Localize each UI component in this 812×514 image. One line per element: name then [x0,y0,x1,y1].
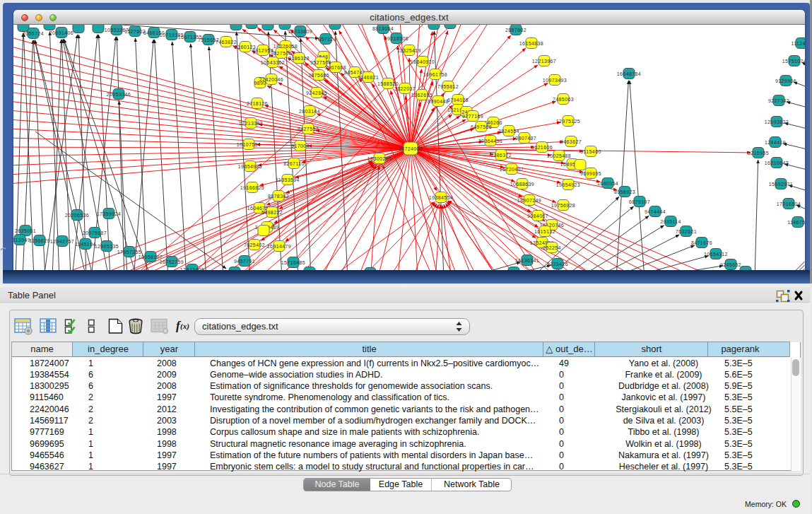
svg-text:19166825: 19166825 [240,185,264,190]
svg-text:16914479: 16914479 [267,244,291,249]
svg-text:16033809: 16033809 [288,29,312,34]
svg-text:7485063: 7485063 [553,97,574,102]
svg-text:9457791: 9457791 [234,259,255,264]
svg-text:11325419: 11325419 [397,48,421,53]
svg-text:7625402: 7625402 [244,243,265,247]
svg-text:1615132: 1615132 [534,229,555,234]
svg-text:19384554: 19384554 [429,195,453,200]
svg-text:2967608: 2967608 [325,65,346,70]
svg-text:2935114: 2935114 [660,219,681,224]
svg-text:12942757: 12942757 [50,239,74,244]
svg-text:19218506: 19218506 [384,36,408,41]
svg-text:917004: 917004 [291,144,310,148]
svg-text:8878342: 8878342 [268,194,289,199]
svg-text:3875685: 3875685 [308,73,329,78]
svg-text:20975887: 20975887 [83,230,107,235]
svg-text:19756928: 19756928 [551,203,575,208]
svg-text:(x): (x) [180,322,189,331]
svg-text:10688639: 10688639 [510,182,534,187]
svg-text:8427552: 8427552 [298,127,319,132]
svg-text:9146821: 9146821 [358,75,379,80]
svg-text:12213382: 12213382 [239,121,263,126]
svg-text:6497568: 6497568 [471,124,492,129]
svg-text:11353594: 11353594 [276,177,300,182]
svg-text:18724007: 18724007 [399,146,423,151]
svg-text:9242845: 9242845 [306,90,327,95]
svg-text:12213967: 12213967 [532,59,556,64]
svg-text:8958923: 8958923 [614,189,635,194]
svg-text:8471676: 8471676 [691,240,712,245]
svg-text:17957255: 17957255 [117,250,141,255]
svg-text:10025488: 10025488 [547,153,571,158]
svg-text:18907249: 18907249 [517,198,541,203]
svg-text:3215955: 3215955 [748,151,769,156]
svg-text:22420046: 22420046 [259,77,283,82]
svg-text:9463627: 9463627 [560,139,582,144]
svg-text:18300295: 18300295 [367,156,392,161]
svg-text:9474444: 9474444 [645,209,666,214]
svg-text:2887682: 2887682 [505,28,526,33]
svg-text:1640954: 1640954 [597,181,618,186]
svg-text:7632621: 7632621 [676,229,697,234]
svg-text:16154838: 16154838 [519,41,543,46]
svg-text:16210643: 16210643 [765,160,789,165]
svg-text:9115460: 9115460 [580,149,601,154]
svg-text:9084067: 9084067 [527,214,548,218]
svg-text:8990448: 8990448 [428,99,449,104]
svg-text:10958107: 10958107 [139,255,163,259]
svg-text:1145194: 1145194 [75,242,96,247]
svg-text:3822037: 3822037 [394,86,416,91]
svg-text:1244419: 1244419 [765,140,786,145]
svg-text:19654923: 19654923 [556,182,580,187]
svg-text:8813054: 8813054 [372,26,394,31]
svg-text:9245652: 9245652 [720,262,741,267]
svg-text:5498222: 5498222 [261,210,283,215]
svg-text:19654985: 19654985 [238,164,262,169]
svg-text:9527508: 9527508 [310,60,331,65]
svg-text:16782759: 16782759 [160,259,184,264]
svg-text:16961758: 16961758 [423,72,447,77]
svg-text:9827500: 9827500 [271,51,292,56]
svg-text:7463822: 7463822 [216,40,237,45]
svg-text:1588520: 1588520 [377,81,399,86]
svg-text:15751074: 15751074 [782,59,805,64]
svg-text:12905135: 12905135 [95,244,119,249]
svg-text:3913549: 3913549 [13,238,30,243]
svg-text:18226058: 18226058 [273,44,298,49]
svg-text:3824554: 3824554 [498,129,519,134]
svg-text:16648784: 16648784 [617,71,641,76]
svg-text:1156829: 1156829 [29,238,50,243]
svg-text:252254: 252254 [543,245,561,250]
svg-text:10543362: 10543362 [261,60,285,65]
svg-text:10807487: 10807487 [512,136,536,141]
svg-text:20206536: 20206536 [65,213,89,218]
svg-text:20364436: 20364436 [478,139,502,144]
svg-text:6879197: 6879197 [629,199,650,204]
svg-text:8186328: 8186328 [288,56,310,61]
svg-text:20691406: 20691406 [49,30,73,35]
svg-text:17359924: 17359924 [97,211,121,216]
svg-text:12975125: 12975125 [556,119,580,124]
svg-text:18640910: 18640910 [411,59,435,64]
svg-text:12093822: 12093822 [765,119,789,124]
svg-text:9777169: 9777169 [462,114,483,119]
svg-text:1527602: 1527602 [124,29,146,34]
svg-text:9699695: 9699695 [580,171,601,176]
svg-text:15720407: 15720407 [500,167,524,172]
svg-text:15716485: 15716485 [281,260,305,265]
svg-text:9227342: 9227342 [768,98,789,103]
svg-text:17016504: 17016504 [777,201,801,206]
svg-text:2635061: 2635061 [15,228,36,233]
svg-text:2718126: 2718126 [247,101,268,106]
svg-text:7955812: 7955812 [437,84,459,89]
svg-text:2803144: 2803144 [299,109,320,114]
svg-text:10107554: 10107554 [237,142,261,147]
svg-text:1146753: 1146753 [787,220,805,225]
svg-text:1112406: 1112406 [791,41,805,46]
svg-text:10654112: 10654112 [704,252,728,257]
svg-text:6794028: 6794028 [447,98,469,103]
svg-text:1621606: 1621606 [531,145,553,150]
svg-text:2055724: 2055724 [23,31,44,36]
svg-text:1362615: 1362615 [411,93,433,98]
svg-text:15692971: 15692971 [769,182,793,187]
